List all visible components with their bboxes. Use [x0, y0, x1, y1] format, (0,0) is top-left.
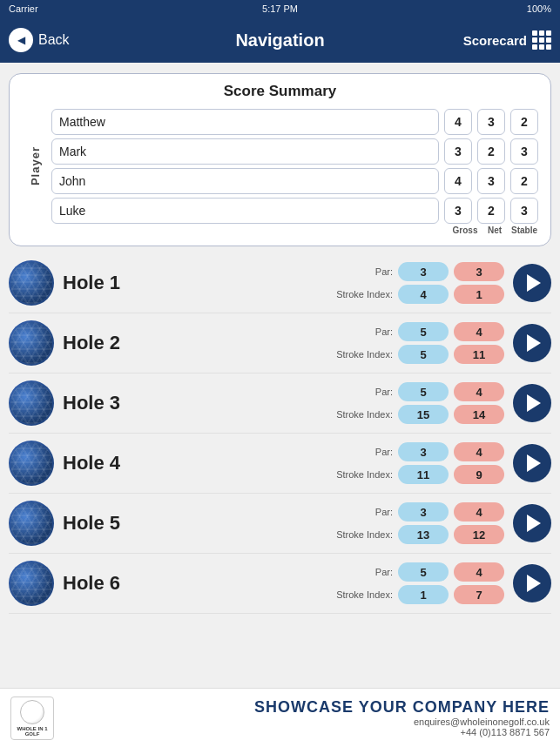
- par-value: 3: [398, 262, 449, 281]
- hole-title: Hole 2: [63, 332, 120, 354]
- hole-details: Par: 3 3 Stroke Index: 4 1: [129, 262, 504, 304]
- grid-icon: [532, 30, 551, 50]
- table-row: 4 3 2: [51, 168, 538, 194]
- play-button[interactable]: [513, 504, 551, 542]
- nav-title: Navigation: [235, 30, 324, 50]
- net-header: Net: [481, 225, 509, 235]
- si-label: Stroke Index:: [334, 409, 393, 420]
- par-value: 5: [398, 562, 449, 582]
- play-button[interactable]: [513, 444, 551, 482]
- scorecard-button[interactable]: Scorecard: [463, 30, 551, 50]
- play-button[interactable]: [513, 324, 551, 362]
- list-item: Hole 1 Par: 3 3 Stroke Index: 4 1: [9, 253, 551, 313]
- play-icon: [527, 515, 541, 532]
- footer-email: enquires@wholeinonegolf.co.uk: [63, 717, 550, 727]
- si-value: 13: [398, 525, 449, 544]
- si-label: Stroke Index:: [334, 529, 393, 540]
- footer-ball-icon: [20, 700, 44, 724]
- player-name-input[interactable]: [51, 168, 439, 194]
- play-button[interactable]: [513, 384, 551, 422]
- stable-score: 2: [510, 109, 538, 135]
- table-row: 3 2 3: [51, 198, 538, 224]
- si-row: Stroke Index: 1 7: [334, 585, 504, 604]
- si-row: Stroke Index: 5 11: [334, 345, 504, 364]
- stable-score: 2: [510, 168, 538, 194]
- play-icon: [527, 334, 541, 352]
- hole-details: Par: 3 4 Stroke Index: 11 9: [129, 442, 504, 484]
- si-label: Stroke Index:: [334, 469, 393, 480]
- list-item: Hole 5 Par: 3 4 Stroke Index: 13 12: [9, 494, 551, 554]
- net-score: 3: [477, 168, 505, 194]
- footer-content: SHOWCASE YOUR COMPANY HERE enquires@whol…: [63, 698, 550, 737]
- hole-info: Hole 1: [63, 272, 120, 294]
- si-score-value: 14: [454, 405, 504, 424]
- par-score-value: 3: [454, 262, 504, 281]
- hole-title: Hole 4: [63, 452, 120, 474]
- footer-logo-text: WHOLE IN 1 GOLF: [11, 726, 53, 737]
- back-button[interactable]: Back: [9, 28, 70, 52]
- si-row: Stroke Index: 15 14: [334, 405, 504, 424]
- si-row: Stroke Index: 4 1: [334, 285, 504, 304]
- hole-ball-icon: [9, 501, 54, 546]
- par-row: Par: 3 3: [334, 262, 504, 281]
- hole-ball-icon: [9, 441, 54, 486]
- holes-list: Hole 1 Par: 3 3 Stroke Index: 4 1 Hole 2: [0, 253, 560, 614]
- si-score-value: 7: [454, 585, 504, 604]
- si-score-value: 12: [454, 525, 504, 544]
- stable-score: 3: [510, 138, 538, 165]
- play-button[interactable]: [513, 564, 551, 602]
- gross-score: 3: [444, 198, 472, 224]
- player-label-column: Player: [22, 109, 48, 224]
- par-row: Par: 5 4: [334, 382, 504, 401]
- player-name-input[interactable]: [51, 109, 439, 135]
- footer-main-text: SHOWCASE YOUR COMPANY HERE: [63, 698, 550, 717]
- stable-header: Stable: [510, 225, 538, 235]
- si-score-value: 9: [454, 465, 504, 484]
- hole-title: Hole 6: [63, 572, 120, 595]
- hole-info: Hole 5: [63, 512, 120, 535]
- hole-info: Hole 2: [63, 332, 120, 354]
- play-icon: [527, 394, 541, 412]
- battery-label: 100%: [527, 3, 551, 14]
- hole-info: Hole 6: [63, 572, 120, 595]
- si-row: Stroke Index: 11 9: [334, 465, 504, 484]
- back-label: Back: [38, 32, 70, 48]
- footer-logo: WHOLE IN 1 GOLF: [10, 697, 54, 740]
- play-button[interactable]: [513, 264, 551, 302]
- si-label: Stroke Index:: [334, 349, 393, 360]
- si-value: 1: [398, 585, 449, 604]
- par-label: Par:: [334, 387, 393, 397]
- hole-info: Hole 3: [63, 392, 120, 414]
- si-label: Stroke Index:: [334, 589, 393, 600]
- player-name-input[interactable]: [51, 198, 439, 224]
- si-row: Stroke Index: 13 12: [334, 525, 504, 544]
- list-item: Hole 6 Par: 5 4 Stroke Index: 1 7: [9, 554, 551, 614]
- par-value: 5: [398, 322, 449, 341]
- hole-details: Par: 3 4 Stroke Index: 13 12: [129, 502, 504, 544]
- si-value: 15: [398, 405, 449, 424]
- player-name-input[interactable]: [51, 138, 439, 165]
- net-score: 2: [477, 198, 505, 224]
- hole-ball-icon: [9, 260, 54, 306]
- footer-banner: WHOLE IN 1 GOLF SHOWCASE YOUR COMPANY HE…: [0, 688, 560, 747]
- score-summary-title: Score Summary: [22, 83, 538, 100]
- par-label: Par:: [334, 447, 393, 457]
- stable-score: 3: [510, 198, 538, 224]
- gross-score: 3: [444, 138, 472, 165]
- si-value: 5: [398, 345, 449, 364]
- gross-score: 4: [444, 109, 472, 135]
- list-item: Hole 2 Par: 5 4 Stroke Index: 5 11: [9, 313, 551, 374]
- hole-details: Par: 5 4 Stroke Index: 15 14: [129, 382, 504, 424]
- footer-phone: +44 (0)113 8871 567: [63, 727, 550, 737]
- si-value: 11: [398, 465, 449, 484]
- play-icon: [527, 575, 541, 592]
- net-score: 2: [477, 138, 505, 165]
- par-label: Par:: [334, 567, 393, 577]
- nav-bar: Back Navigation Scorecard: [0, 17, 560, 63]
- par-value: 3: [398, 442, 449, 461]
- hole-title: Hole 1: [63, 272, 120, 294]
- par-row: Par: 3 4: [334, 442, 504, 461]
- list-item: Hole 4 Par: 3 4 Stroke Index: 11 9: [9, 434, 551, 494]
- si-score-value: 11: [454, 345, 504, 364]
- carrier-label: Carrier: [9, 3, 38, 14]
